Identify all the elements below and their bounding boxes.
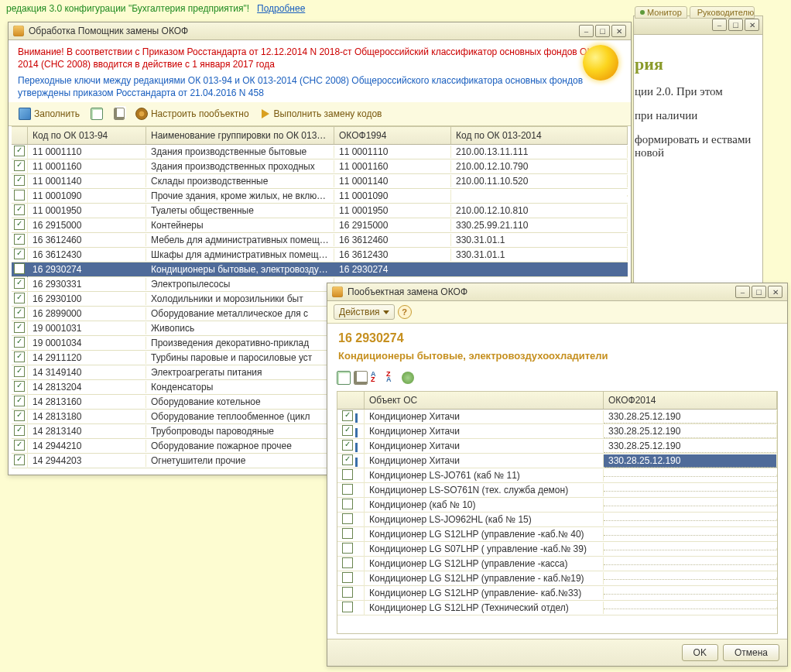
table-row[interactable]: 16 3612430Шкафы для административных пом… bbox=[12, 248, 628, 262]
row-checkbox[interactable] bbox=[342, 528, 353, 539]
fill-icon bbox=[19, 108, 31, 120]
row-checkbox[interactable] bbox=[14, 381, 25, 392]
table-row[interactable]: 11 0001160Здания производственных проход… bbox=[12, 159, 628, 174]
row-checkbox[interactable] bbox=[14, 351, 25, 362]
row-checkbox[interactable] bbox=[14, 278, 25, 289]
sort-asc-icon[interactable]: AZ bbox=[371, 372, 383, 384]
titlebar[interactable]: Обработка Помощник замены ОКОФ bbox=[9, 22, 631, 40]
window-title: Обработка Помощник замены ОКОФ bbox=[29, 26, 574, 36]
row-checkbox[interactable] bbox=[342, 513, 353, 524]
actions-dropdown[interactable]: Действия bbox=[334, 304, 395, 320]
row-checkbox[interactable] bbox=[342, 469, 353, 480]
table-row[interactable]: Кондиционер LG S07LHP ( управление -каб.… bbox=[337, 542, 777, 557]
row-checkbox[interactable] bbox=[14, 440, 25, 451]
table-row[interactable]: Кондиционер Хитачи330.28.25.12.190 bbox=[337, 454, 777, 468]
close-icon[interactable] bbox=[745, 19, 759, 31]
tab-monitor[interactable]: Монитор bbox=[635, 6, 687, 19]
table-row[interactable]: Кондиционер LG S12LHP (Технический отдел… bbox=[337, 601, 777, 615]
row-checkbox[interactable] bbox=[342, 587, 353, 598]
table-row[interactable]: Кондиционер LG S12LHP (управление- каб.№… bbox=[337, 586, 777, 601]
notification-link[interactable]: Подробнее bbox=[257, 3, 305, 14]
table-row[interactable]: 11 0001140Склады производственные11 0001… bbox=[12, 174, 628, 189]
row-checkbox[interactable] bbox=[14, 322, 25, 333]
row-checkbox[interactable] bbox=[342, 440, 353, 451]
minimize-button[interactable] bbox=[579, 25, 594, 37]
settings-button[interactable]: Настроить пообъектно bbox=[132, 105, 253, 122]
row-checkbox[interactable] bbox=[14, 425, 25, 436]
sort-desc-icon[interactable]: ZA bbox=[386, 372, 399, 384]
row-checkbox[interactable] bbox=[14, 249, 25, 259]
row-checkbox[interactable] bbox=[14, 396, 25, 406]
copy-button[interactable] bbox=[110, 105, 128, 122]
sub-grid-header: Объект ОС ОКОФ2014 bbox=[337, 392, 777, 410]
row-checkbox[interactable] bbox=[342, 454, 353, 465]
sheet-button[interactable] bbox=[87, 105, 107, 122]
table-row[interactable]: 16 2930274Кондиционеры бытовые, электров… bbox=[12, 262, 628, 277]
object-replace-window: Пообъектная замена ОКОФ Действия ? 16 29… bbox=[327, 283, 788, 667]
tab-manager[interactable]: Руководителю bbox=[690, 6, 755, 19]
row-checkbox[interactable] bbox=[342, 410, 353, 421]
grid-header: Код по ОК 013-94 Наименование группировк… bbox=[12, 127, 628, 145]
table-row[interactable]: Кондиционер (каб № 10) bbox=[337, 498, 777, 513]
minimize-button[interactable] bbox=[735, 286, 750, 298]
sheet-icon[interactable] bbox=[337, 371, 351, 385]
row-checkbox[interactable] bbox=[342, 425, 353, 436]
row-checkbox[interactable] bbox=[14, 337, 25, 348]
row-checkbox[interactable] bbox=[14, 410, 25, 421]
row-checkbox[interactable] bbox=[342, 572, 353, 583]
close-button[interactable] bbox=[611, 25, 626, 37]
cancel-button[interactable]: Отмена bbox=[723, 644, 779, 661]
close-button[interactable] bbox=[768, 286, 782, 298]
ok-button[interactable]: OK bbox=[682, 644, 718, 661]
row-checkbox[interactable] bbox=[342, 499, 353, 509]
minimize-icon[interactable] bbox=[712, 19, 727, 31]
table-row[interactable]: Кондиционер LS-JO962HL (каб № 15) bbox=[337, 513, 777, 527]
row-checkbox[interactable] bbox=[342, 602, 353, 612]
row-checkbox[interactable] bbox=[14, 366, 25, 377]
row-checkbox[interactable] bbox=[14, 454, 25, 465]
warning-text: Внимание! В соответствии с Приказом Росс… bbox=[18, 46, 622, 70]
row-checkbox[interactable] bbox=[342, 543, 353, 554]
row-checkbox[interactable] bbox=[14, 146, 25, 156]
table-row[interactable]: Кондиционер LS-JO761 (каб № 11) bbox=[337, 468, 777, 483]
row-checkbox[interactable] bbox=[342, 484, 353, 495]
table-row[interactable]: 11 0001090Прочие здания, кроме жилых, не… bbox=[12, 189, 628, 204]
row-checkbox[interactable] bbox=[342, 557, 353, 568]
table-row[interactable]: 16 2915000Контейнеры16 2915000330.25.99.… bbox=[12, 218, 628, 233]
table-row[interactable]: Кондиционер Хитачи330.28.25.12.190 bbox=[337, 424, 777, 439]
sub-mini-toolbar: AZ ZA bbox=[327, 368, 787, 388]
table-row[interactable]: Кондиционер Хитачи330.28.25.12.190 bbox=[337, 410, 777, 424]
row-checkbox[interactable] bbox=[14, 293, 25, 303]
table-row[interactable]: 16 3612460Мебель для административных по… bbox=[12, 233, 628, 248]
titlebar[interactable]: Пообъектная замена ОКОФ bbox=[327, 283, 787, 301]
okof-code: 16 2930274 bbox=[338, 331, 776, 345]
row-checkbox[interactable] bbox=[14, 204, 25, 215]
notification-text: редакция 3.0 конфигурации "Бухгалтерия п… bbox=[6, 3, 249, 14]
fill-button[interactable]: Заполнить bbox=[15, 105, 84, 122]
bg-heading: рия bbox=[635, 54, 758, 74]
maximize-button[interactable] bbox=[752, 286, 766, 298]
row-checkbox[interactable] bbox=[14, 175, 25, 186]
refresh-icon[interactable] bbox=[402, 372, 414, 384]
row-checkbox[interactable] bbox=[14, 307, 25, 318]
copy-icon[interactable] bbox=[354, 371, 368, 385]
maximize-icon[interactable] bbox=[728, 19, 743, 31]
table-row[interactable]: 11 0001110Здания производственные бытовы… bbox=[12, 145, 628, 159]
row-marker bbox=[355, 443, 358, 452]
sub-grid-body[interactable]: Кондиционер Хитачи330.28.25.12.190Кондиц… bbox=[337, 410, 777, 633]
table-row[interactable]: Кондиционер LS-SO761N (тех. служба демон… bbox=[337, 483, 777, 498]
main-toolbar: Заполнить Настроить пообъектно Выполнить… bbox=[9, 102, 631, 126]
row-checkbox[interactable] bbox=[14, 263, 25, 274]
row-checkbox[interactable] bbox=[14, 190, 25, 201]
table-row[interactable]: 11 0001950Туалеты общественные11 0001950… bbox=[12, 204, 628, 218]
table-row[interactable]: Кондиционер LG S12LHP (управление -каб.№… bbox=[337, 527, 777, 542]
help-button[interactable]: ? bbox=[398, 305, 412, 319]
table-row[interactable]: Кондиционер LG S12LHP (управление -касса… bbox=[337, 557, 777, 571]
table-row[interactable]: Кондиционер Хитачи330.28.25.12.190 bbox=[337, 439, 777, 454]
row-checkbox[interactable] bbox=[14, 219, 25, 230]
row-checkbox[interactable] bbox=[14, 234, 25, 245]
row-checkbox[interactable] bbox=[14, 160, 25, 171]
maximize-button[interactable] bbox=[595, 25, 610, 37]
run-button[interactable]: Выполнить замену кодов bbox=[256, 105, 386, 122]
table-row[interactable]: Кондиционер LG S12LHP (управление - каб.… bbox=[337, 571, 777, 586]
